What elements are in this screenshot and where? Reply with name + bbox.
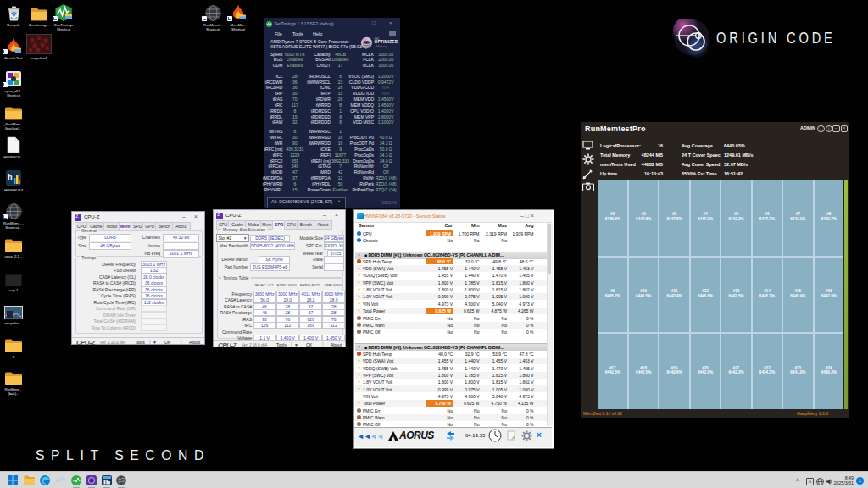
svg-text:h: h — [8, 173, 13, 181]
